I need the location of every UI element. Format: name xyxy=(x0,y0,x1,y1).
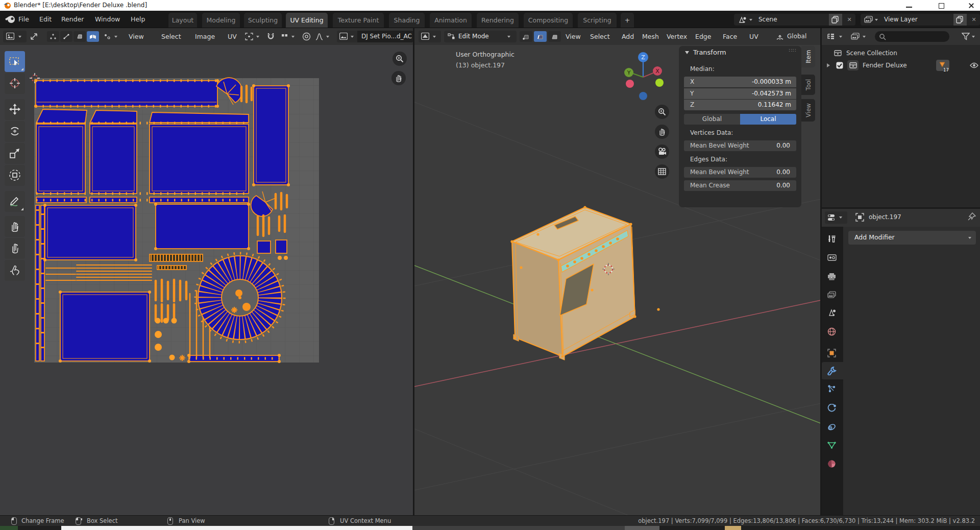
workspace-tab-compositing[interactable]: Compositing xyxy=(524,13,573,28)
properties-tab-particles[interactable] xyxy=(821,380,843,398)
pin-icon[interactable] xyxy=(968,212,976,221)
workspace-tab-scripting[interactable]: Scripting xyxy=(578,13,617,28)
sidebar-tab-item[interactable]: Item xyxy=(801,46,815,67)
tool-annotate[interactable] xyxy=(5,191,25,212)
properties-tab-physics[interactable] xyxy=(821,400,843,417)
add-modifier-button[interactable]: Add Modifier xyxy=(848,231,976,245)
properties-tab-object[interactable] xyxy=(821,345,843,362)
area-splitter-horizontal[interactable] xyxy=(822,207,980,209)
select-mode-face[interactable] xyxy=(548,31,561,42)
workspace-tab-modeling[interactable]: Modeling xyxy=(202,13,240,28)
properties-tab-constraints[interactable] xyxy=(821,419,843,436)
properties-tab-object-data[interactable] xyxy=(821,437,843,454)
uv-sync-select-icon[interactable] xyxy=(30,32,40,41)
properties-tab-render[interactable] xyxy=(821,250,843,267)
scene-selector[interactable]: Scene ✕ xyxy=(734,14,855,26)
eye-icon[interactable] xyxy=(970,62,978,68)
workspace-tab-texture-paint[interactable]: Texture Paint xyxy=(333,13,384,28)
viewport-camera-button[interactable] xyxy=(655,144,669,159)
gizmo-x-neg-ball[interactable] xyxy=(626,80,634,88)
drag-handle-icon[interactable]: ∷∷ xyxy=(789,47,796,53)
space-local-button[interactable]: Local xyxy=(740,114,796,125)
outliner-display-mode-dropdown[interactable] xyxy=(825,31,847,42)
area-splitter-vertical[interactable] xyxy=(413,28,414,515)
uv-editor-canvas[interactable] xyxy=(0,45,413,515)
edge-menu[interactable]: Edge xyxy=(695,28,711,45)
outliner-row-collection[interactable]: Fender Deluxe 17 xyxy=(822,59,980,71)
gizmo-z-neg-ball[interactable] xyxy=(639,92,647,100)
view-layer-name[interactable]: View Layer xyxy=(884,14,918,26)
view-menu[interactable]: View xyxy=(566,28,581,45)
select-menu[interactable]: Select xyxy=(590,28,610,45)
falloff-dropdown[interactable] xyxy=(314,31,334,42)
properties-tab-modifiers[interactable] xyxy=(821,362,843,379)
blender-icon[interactable] xyxy=(5,15,16,24)
face-menu[interactable]: Face xyxy=(723,28,737,45)
workspace-tab-sculpting[interactable]: Sculpting xyxy=(244,13,282,28)
workspace-tab-shading[interactable]: Shading xyxy=(389,13,425,28)
sidebar-tab-tool[interactable]: Tool xyxy=(801,75,815,95)
edge-crease-field[interactable]: Mean Crease0.00 xyxy=(684,180,796,191)
snap-with-dropdown[interactable] xyxy=(280,31,299,42)
menu-edit[interactable]: Edit xyxy=(39,11,52,28)
proportional-editing-icon[interactable] xyxy=(302,32,311,41)
properties-display-dropdown[interactable] xyxy=(825,211,847,224)
workspace-tab-uv-editing[interactable]: UV Editing xyxy=(286,13,328,28)
select-mode-vertex[interactable] xyxy=(520,31,532,42)
viewport-pan-button[interactable] xyxy=(655,125,669,139)
properties-tab-output[interactable] xyxy=(821,269,843,286)
menu-file[interactable]: File xyxy=(18,11,29,28)
space-global-button[interactable]: Global xyxy=(684,114,740,125)
uv-menu[interactable]: UV xyxy=(749,28,758,45)
editor-type-dropdown[interactable] xyxy=(419,31,441,42)
workspace-tab-animation[interactable]: Animation xyxy=(430,13,472,28)
snap-magnet-icon[interactable] xyxy=(266,32,275,41)
image-name-field[interactable]: DJ Set Pio...d_AC xyxy=(357,31,413,42)
navigation-gizmo[interactable]: Z X Y xyxy=(623,50,666,103)
uv-menu-view[interactable]: View xyxy=(129,28,144,45)
edge-bevel-weight-field[interactable]: Mean Bevel Weight0.00 xyxy=(684,167,796,178)
area-splitter-vertical[interactable] xyxy=(820,28,822,515)
tool-cursor[interactable] xyxy=(5,73,25,94)
filter-dropdown[interactable] xyxy=(961,31,979,42)
tool-scale[interactable] xyxy=(5,143,25,164)
add-menu[interactable]: Add xyxy=(622,28,634,45)
tool-box-select[interactable] xyxy=(5,51,25,72)
tool-pinch[interactable] xyxy=(5,260,25,281)
view-layer-selector[interactable]: View Layer ✕ xyxy=(861,14,980,26)
add-workspace-button[interactable]: + xyxy=(621,13,634,28)
viewport-grid-button[interactable] xyxy=(655,164,669,179)
outliner-row-scene-collection[interactable]: Scene Collection xyxy=(822,47,980,59)
amp-model[interactable] xyxy=(512,207,635,360)
properties-tab-tool[interactable] xyxy=(821,230,843,248)
close-button[interactable] xyxy=(963,1,980,10)
properties-tab-world[interactable] xyxy=(821,323,843,341)
minimize-button[interactable] xyxy=(901,1,918,10)
sticky-selection-dropdown[interactable] xyxy=(102,31,122,42)
remove-view-layer-icon[interactable]: ✕ xyxy=(968,14,980,26)
select-mode-edge[interactable] xyxy=(534,31,547,42)
outliner-filter-dropdown[interactable] xyxy=(849,31,871,42)
vertex-bevel-weight-field[interactable]: Mean Bevel Weight0.00 xyxy=(684,140,796,151)
sidebar-tab-view[interactable]: View xyxy=(801,99,815,122)
mesh-menu[interactable]: Mesh xyxy=(642,28,659,45)
scene-name[interactable]: Scene xyxy=(758,14,777,26)
collapse-caret-icon[interactable] xyxy=(685,51,689,54)
tool-move[interactable] xyxy=(5,99,25,120)
workspace-tab-rendering[interactable]: Rendering xyxy=(477,13,519,28)
properties-tab-scene[interactable] xyxy=(821,304,843,322)
mode-dropdown[interactable]: Edit Mode xyxy=(444,31,517,42)
properties-tab-view-layer[interactable] xyxy=(821,287,843,304)
new-scene-button[interactable] xyxy=(829,14,842,26)
search-input[interactable] xyxy=(875,31,949,42)
editor-type-dropdown[interactable] xyxy=(3,31,27,42)
uv-menu-image[interactable]: Image xyxy=(195,28,215,45)
median-y-field[interactable]: Y-0.042573 m xyxy=(684,88,796,99)
transform-orientation-dropdown[interactable]: Global xyxy=(775,31,819,42)
tool-grab[interactable] xyxy=(5,216,25,237)
expand-arrow-icon[interactable] xyxy=(827,63,830,67)
pivot-point-dropdown[interactable] xyxy=(244,31,264,42)
uv-select-mode-edge[interactable] xyxy=(60,31,72,42)
uv-select-mode-island[interactable] xyxy=(87,31,99,42)
uv-zoom-button[interactable] xyxy=(393,52,407,66)
